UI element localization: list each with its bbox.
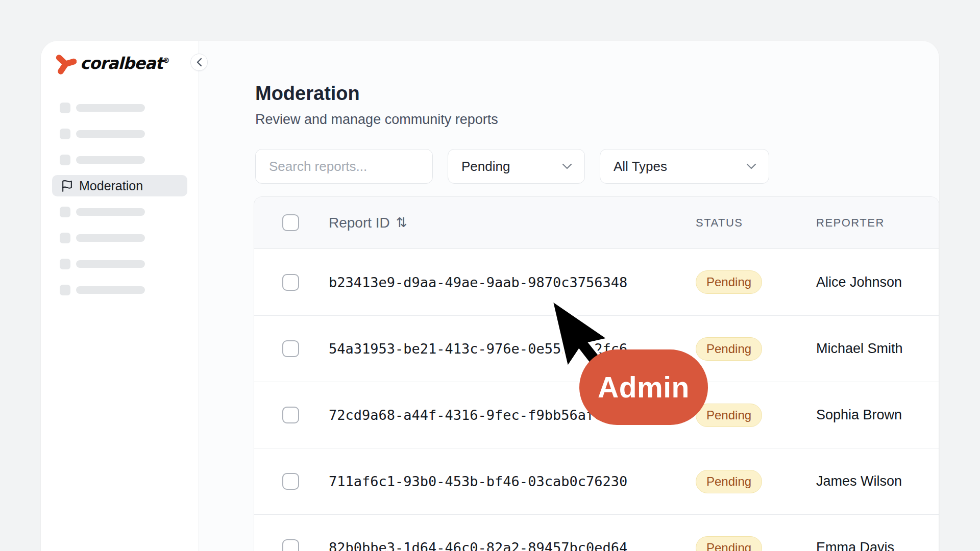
report-id: 711af6c1-93b0-453b-bf46-03cab0c76230	[329, 473, 627, 489]
status-filter-select[interactable]: Pending	[448, 149, 585, 184]
status-badge: Pending	[696, 470, 762, 493]
type-filter-value: All Types	[614, 159, 667, 174]
report-id: 54a31953-be21-413c-976e-0e55be9e2fc6	[329, 341, 627, 357]
skeleton-icon	[60, 155, 70, 165]
sidebar-skeleton-group-top	[52, 97, 187, 170]
table-row: 54a31953-be21-413c-976e-0e55be9e2fc6 Pen…	[254, 315, 939, 382]
status-badge: Pending	[696, 536, 762, 551]
row-checkbox[interactable]	[282, 539, 299, 551]
sort-icon: ⇅	[396, 215, 407, 231]
chevron-down-icon	[562, 163, 572, 169]
sidebar-collapse-button[interactable]	[190, 54, 208, 71]
select-all-checkbox[interactable]	[282, 214, 299, 231]
table-row: b23413e9-d9aa-49ae-9aab-9870c3756348 Pen…	[254, 249, 939, 315]
page-header: Moderation Review and manage community r…	[255, 83, 498, 128]
reporter-name: James Wilson	[816, 473, 902, 489]
registered-mark: ®	[163, 56, 169, 64]
skeleton-bar	[76, 260, 145, 268]
skeleton-icon	[60, 129, 70, 139]
skeleton-icon	[60, 285, 70, 295]
table-row: 82b0bbe3-1d64-46c0-82a2-89457bc0ed64 Pen…	[254, 514, 939, 551]
sidebar-skeleton-item	[52, 97, 187, 118]
brand-logo-icon	[54, 52, 77, 74]
sidebar-item-label: Moderation	[79, 179, 143, 193]
column-header-status: STATUS	[696, 216, 816, 230]
report-id: 72cd9a68-a44f-4316-9fec-f9bb56afcb45	[329, 407, 627, 423]
skeleton-bar	[76, 104, 145, 112]
search-input[interactable]	[269, 159, 420, 174]
chevron-left-icon	[196, 58, 203, 67]
type-filter-select[interactable]: All Types	[600, 149, 769, 184]
status-badge: Pending	[696, 270, 762, 294]
skeleton-bar	[76, 234, 145, 242]
filter-bar: Pending All Types	[255, 149, 769, 184]
sidebar-skeleton-item	[52, 253, 187, 274]
row-checkbox[interactable]	[282, 407, 299, 423]
search-box	[255, 149, 433, 184]
status-filter-value: Pending	[461, 159, 510, 174]
page-title: Moderation	[255, 83, 498, 105]
report-id: b23413e9-d9aa-49ae-9aab-9870c3756348	[329, 274, 627, 290]
row-checkbox[interactable]	[282, 274, 299, 291]
row-checkbox[interactable]	[282, 340, 299, 357]
brand-logo: coralbeat®	[54, 52, 169, 74]
table-row: 72cd9a68-a44f-4316-9fec-f9bb56afcb45 Pen…	[254, 382, 939, 448]
reports-table: Report ID ⇅ STATUS REPORTER b23413e9-d9a…	[254, 196, 939, 551]
table-row: 711af6c1-93b0-453b-bf46-03cab0c76230 Pen…	[254, 448, 939, 514]
chevron-down-icon	[746, 163, 756, 169]
app-card: coralbeat® Moderation	[41, 41, 939, 551]
sidebar-skeleton-item	[52, 227, 187, 248]
table-body: b23413e9-d9aa-49ae-9aab-9870c3756348 Pen…	[254, 249, 939, 551]
skeleton-bar	[76, 286, 145, 294]
report-id: 82b0bbe3-1d64-46c0-82a2-89457bc0ed64	[329, 540, 627, 551]
skeleton-icon	[60, 259, 70, 269]
status-badge: Pending	[696, 404, 762, 427]
sidebar-skeleton-item	[52, 201, 187, 222]
flag-icon	[61, 180, 74, 192]
sidebar-skeleton-item	[52, 279, 187, 300]
sidebar-skeleton-group-bottom	[52, 201, 187, 300]
skeleton-icon	[60, 233, 70, 243]
sidebar-item-moderation[interactable]: Moderation	[52, 175, 187, 196]
table-header-row: Report ID ⇅ STATUS REPORTER	[254, 197, 939, 249]
sidebar-nav: Moderation	[52, 97, 187, 305]
column-header-report-id[interactable]: Report ID ⇅	[329, 215, 696, 231]
skeleton-icon	[60, 207, 70, 217]
reporter-name: Alice Johnson	[816, 274, 902, 290]
reporter-name: Emma Davis	[816, 540, 894, 551]
column-header-reporter: REPORTER	[816, 216, 939, 230]
sidebar: coralbeat® Moderation	[41, 41, 199, 551]
reporter-name: Michael Smith	[816, 341, 903, 356]
row-checkbox[interactable]	[282, 473, 299, 490]
skeleton-bar	[76, 156, 145, 164]
page-subtitle: Review and manage community reports	[255, 112, 498, 128]
skeleton-bar	[76, 208, 145, 216]
status-badge: Pending	[696, 337, 762, 361]
brand-name: coralbeat®	[80, 52, 169, 74]
sidebar-skeleton-item	[52, 123, 187, 144]
reporter-name: Sophia Brown	[816, 407, 902, 422]
skeleton-icon	[60, 103, 70, 113]
skeleton-bar	[76, 130, 145, 138]
sidebar-skeleton-item	[52, 149, 187, 170]
